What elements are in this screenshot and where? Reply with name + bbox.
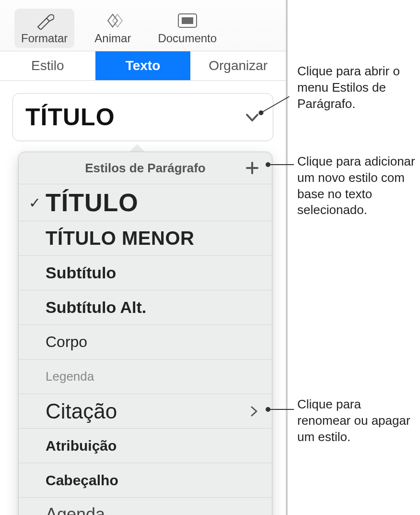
inspector-panel: Formatar Animar Documento Estilo Texto O… xyxy=(0,0,288,515)
tab-organize[interactable]: Organizar xyxy=(190,51,286,80)
chevron-down-icon xyxy=(244,109,260,125)
inspector-tabs: Estilo Texto Organizar xyxy=(0,51,286,81)
style-row[interactable]: Agenda xyxy=(19,497,272,515)
callout-rename-delete: Clique para renomear ou apagar um estilo… xyxy=(297,396,417,445)
style-row[interactable]: Citação xyxy=(19,394,272,428)
document-icon xyxy=(177,12,198,30)
style-row[interactable]: TÍTULO MENOR xyxy=(19,221,272,255)
style-label: Agenda xyxy=(46,504,247,515)
style-row[interactable]: Subtítulo Alt. xyxy=(19,290,272,324)
tab-style[interactable]: Estilo xyxy=(0,51,95,80)
document-button[interactable]: Documento xyxy=(151,9,223,48)
diamond-icon xyxy=(101,12,124,30)
popover-title: Estilos de Parágrafo xyxy=(47,161,243,176)
toolbar-format-label: Formatar xyxy=(21,32,68,45)
style-row[interactable]: ✓TÍTULO xyxy=(19,184,272,221)
format-button[interactable]: Formatar xyxy=(14,9,74,48)
callout-open-menu: Clique para abrir o menu Estilos de Pará… xyxy=(297,63,417,112)
style-label: Atribuição xyxy=(46,438,247,454)
style-label: Corpo xyxy=(46,333,247,351)
callout-line-3 xyxy=(266,409,294,410)
paintbrush-icon xyxy=(35,12,54,30)
checkmark-icon: ✓ xyxy=(23,194,46,211)
toolbar-document-label: Documento xyxy=(158,32,217,45)
style-label: Subtítulo Alt. xyxy=(46,298,247,317)
toolbar-animate-label: Animar xyxy=(94,32,131,45)
current-style-label: TÍTULO xyxy=(25,103,115,131)
style-row[interactable]: Cabeçalho xyxy=(19,463,272,497)
callout-add-style: Clique para adicionar um novo estilo com… xyxy=(297,154,417,218)
style-list: ✓TÍTULOTÍTULO MENORSubtítuloSubtítulo Al… xyxy=(19,184,272,515)
plus-icon xyxy=(245,161,259,175)
tab-text[interactable]: Texto xyxy=(95,51,191,80)
style-label: TÍTULO xyxy=(46,188,247,217)
paragraph-style-selector[interactable]: TÍTULO xyxy=(12,93,273,141)
style-row[interactable]: Corpo xyxy=(19,324,272,359)
style-label: Legenda xyxy=(46,369,247,384)
svg-rect-1 xyxy=(182,17,193,24)
popover-header: Estilos de Parágrafo xyxy=(19,152,272,184)
callout-line-2 xyxy=(266,164,294,165)
animate-button[interactable]: Animar xyxy=(88,9,138,48)
paragraph-styles-popover: Estilos de Parágrafo ✓TÍTULOTÍTULO MENOR… xyxy=(18,152,272,515)
style-row[interactable]: Legenda xyxy=(19,359,272,394)
style-label: Citação xyxy=(46,399,247,423)
style-row[interactable]: Subtítulo xyxy=(19,255,272,290)
chevron-right-icon xyxy=(247,406,261,417)
style-row[interactable]: Atribuição xyxy=(19,428,272,463)
style-label: Subtítulo xyxy=(46,263,247,282)
main-toolbar: Formatar Animar Documento xyxy=(0,0,286,51)
style-label: Cabeçalho xyxy=(46,472,247,489)
add-style-button[interactable] xyxy=(243,159,261,177)
style-label: TÍTULO MENOR xyxy=(46,228,247,249)
